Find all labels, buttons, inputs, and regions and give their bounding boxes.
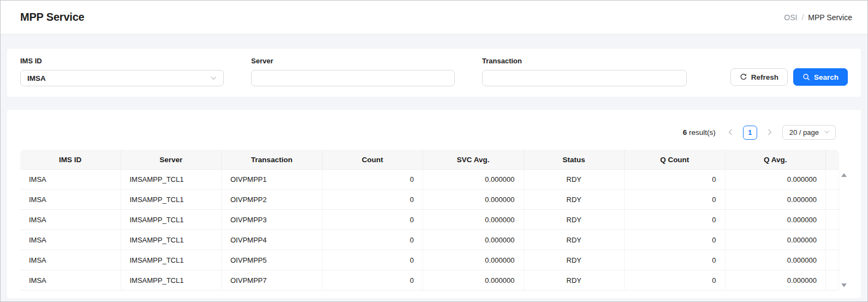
table-cell: 0 xyxy=(323,250,424,270)
spacer-cell xyxy=(826,230,839,250)
table-cell: 0.000000 xyxy=(423,270,524,291)
page-title: MPP Service xyxy=(20,11,85,23)
spacer-cell xyxy=(826,210,839,230)
table-cell: 0.000000 xyxy=(423,169,524,190)
table-cell: IMSAMPP_TCL1 xyxy=(121,250,222,270)
table-row: IMSA IMSAMPP_TCL1 OIVPMPP4 0 0.000000 RD… xyxy=(20,230,839,250)
transaction-label: Transaction xyxy=(482,57,687,65)
breadcrumb-current: MPP Service xyxy=(808,13,852,22)
result-count-suffix: result(s) xyxy=(687,128,716,137)
table-cell: OIVPMPP3 xyxy=(222,210,323,230)
breadcrumb: OSI / MPP Service xyxy=(784,13,852,22)
table-cell: RDY xyxy=(524,270,625,291)
table-row: IMSA IMSAMPP_TCL1 OIVPMPP2 0 0.000000 RD… xyxy=(20,190,839,210)
search-icon xyxy=(802,73,810,81)
table-cell: 0.000000 xyxy=(726,230,827,250)
table-cell: RDY xyxy=(524,169,625,190)
content-panel: 6 result(s) 1 20 / page xyxy=(7,110,861,298)
column-header-svc-avg: SVC Avg. xyxy=(423,150,524,169)
table-cell: 0.000000 xyxy=(726,270,827,291)
ims-id-label: IMS ID xyxy=(20,57,224,65)
chevron-down-icon xyxy=(210,75,217,81)
table-row: IMSA IMSAMPP_TCL1 OIVPMPP1 0 0.000000 RD… xyxy=(20,169,839,190)
top-bar: MPP Service OSI / MPP Service xyxy=(1,1,867,34)
table-cell: OIVPMPP2 xyxy=(222,190,323,210)
table-cell: 0.000000 xyxy=(423,190,524,210)
spacer-cell xyxy=(826,169,839,190)
breadcrumb-parent[interactable]: OSI xyxy=(784,13,797,22)
pagination-prev-button[interactable] xyxy=(724,126,736,140)
table-cell: RDY xyxy=(524,250,625,270)
column-header-q-avg: Q Avg. xyxy=(726,150,827,169)
scroll-down-icon[interactable] xyxy=(841,283,847,287)
table-cell: RDY xyxy=(524,230,625,250)
scroll-up-icon[interactable] xyxy=(841,173,847,177)
table-cell: 0.000000 xyxy=(726,169,827,190)
table-cell: 0 xyxy=(323,230,424,250)
chevron-left-icon xyxy=(728,128,733,138)
table-cell: IMSA xyxy=(20,270,121,291)
column-header-count: Count xyxy=(323,150,424,169)
table-cell: 0 xyxy=(625,250,726,270)
table-cell: 0.000000 xyxy=(726,210,827,230)
table-row: IMSA IMSAMPP_TCL1 OIVPMPP5 0 0.000000 RD… xyxy=(20,250,839,270)
refresh-button[interactable]: Refresh xyxy=(730,68,788,86)
page-size-value: 20 / page xyxy=(789,128,819,137)
ims-id-field: IMS ID IMSA xyxy=(20,57,224,86)
table-cell: 0 xyxy=(625,169,726,190)
table-cell: 0 xyxy=(323,270,424,291)
spacer-cell xyxy=(826,190,839,210)
spacer-cell xyxy=(826,270,839,291)
column-header-transaction: Transaction xyxy=(222,150,323,169)
table-scrollbar[interactable] xyxy=(840,170,848,291)
table-cell: 0 xyxy=(625,270,726,291)
page-size-select[interactable]: 20 / page xyxy=(782,125,836,140)
table-cell: 0 xyxy=(323,190,424,210)
table-cell: RDY xyxy=(524,190,625,210)
table-cell: RDY xyxy=(524,210,625,230)
table-cell: 0.000000 xyxy=(726,190,827,210)
table-cell: IMSAMPP_TCL1 xyxy=(121,169,222,190)
transaction-input[interactable] xyxy=(482,70,687,86)
table-cell: 0 xyxy=(625,190,726,210)
table-cell: 0.000000 xyxy=(423,250,524,270)
table-cell: IMSA xyxy=(20,250,121,270)
result-count: 6 result(s) xyxy=(683,128,716,137)
table-cell: 0 xyxy=(323,169,424,190)
table-row: IMSA IMSAMPP_TCL1 OIVPMPP3 0 0.000000 RD… xyxy=(20,210,839,230)
table-cell: 0.000000 xyxy=(726,250,827,270)
refresh-button-label: Refresh xyxy=(751,73,778,81)
server-field: Server xyxy=(251,57,455,86)
pagination-next-button[interactable] xyxy=(764,126,776,140)
table-cell: IMSAMPP_TCL1 xyxy=(121,210,222,230)
table-cell: IMSA xyxy=(20,190,121,210)
column-header-status: Status xyxy=(524,150,625,169)
table-cell: 0.000000 xyxy=(423,230,524,250)
chevron-right-icon xyxy=(767,128,772,138)
breadcrumb-separator: / xyxy=(801,13,804,22)
search-button[interactable]: Search xyxy=(793,68,848,86)
table-cell: IMSAMPP_TCL1 xyxy=(121,190,222,210)
table-cell: OIVPMPP1 xyxy=(222,169,323,190)
chevron-down-icon xyxy=(824,128,830,137)
column-header-ims-id: IMS ID xyxy=(20,150,121,169)
spacer-header-cell xyxy=(826,150,839,169)
search-button-label: Search xyxy=(814,73,839,81)
table-body: IMSA IMSAMPP_TCL1 OIVPMPP1 0 0.000000 RD… xyxy=(20,169,839,291)
mpp-service-page: MPP Service OSI / MPP Service IMS ID IMS… xyxy=(0,0,868,302)
column-header-server: Server xyxy=(121,150,222,169)
table-cell: 0 xyxy=(323,210,424,230)
server-input[interactable] xyxy=(251,70,455,86)
filter-panel: IMS ID IMSA Server Transaction xyxy=(7,49,861,97)
filter-actions: Refresh Search xyxy=(730,68,848,86)
table-header: IMS ID Server Transaction Count SVC Avg.… xyxy=(20,150,839,169)
table-cell: OIVPMPP4 xyxy=(222,230,323,250)
ims-id-select[interactable]: IMSA xyxy=(20,70,224,86)
transaction-field: Transaction xyxy=(482,57,687,86)
results-bar: 6 result(s) 1 20 / page xyxy=(7,110,861,150)
table-cell: IMSA xyxy=(20,230,121,250)
pagination-page-1-button[interactable]: 1 xyxy=(743,126,757,140)
table-cell: 0 xyxy=(625,230,726,250)
table-cell: IMSA xyxy=(20,210,121,230)
table-cell: 0.000000 xyxy=(423,210,524,230)
